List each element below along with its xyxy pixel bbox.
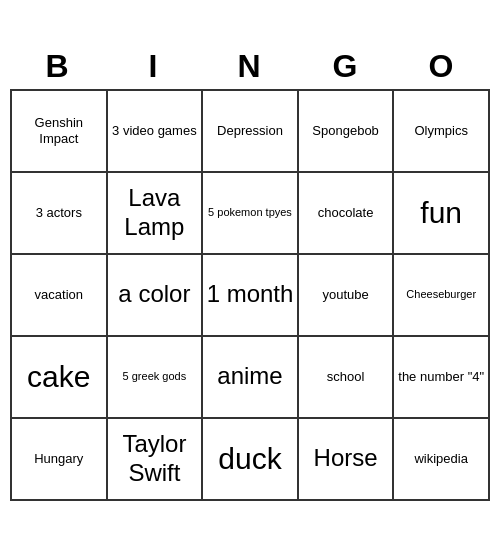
bingo-cell-4: Olympics [394,91,490,173]
header-letter-G: G [298,44,394,89]
bingo-cell-14: Cheeseburger [394,255,490,337]
cell-text-2: Depression [217,123,283,139]
cell-text-17: anime [217,362,282,391]
bingo-cell-19: the number "4" [394,337,490,419]
bingo-cell-6: Lava Lamp [108,173,204,255]
bingo-cell-11: a color [108,255,204,337]
bingo-cell-2: Depression [203,91,299,173]
cell-text-9: fun [420,195,462,231]
bingo-cell-5: 3 actors [12,173,108,255]
header-letter-O: O [394,44,490,89]
bingo-cell-12: 1 month [203,255,299,337]
bingo-cell-16: 5 greek gods [108,337,204,419]
cell-text-23: Horse [314,444,378,473]
cell-text-7: 5 pokemon tpyes [208,206,292,219]
cell-text-21: Taylor Swift [111,430,199,488]
bingo-cell-15: cake [12,337,108,419]
bingo-cell-23: Horse [299,419,395,501]
cell-text-12: 1 month [207,280,294,309]
cell-text-18: school [327,369,365,385]
bingo-cell-22: duck [203,419,299,501]
bingo-grid: Genshin Impact3 video gamesDepressionSpo… [10,89,490,501]
bingo-header: BINGO [10,44,490,89]
bingo-cell-20: Hungary [12,419,108,501]
header-letter-B: B [10,44,106,89]
bingo-cell-24: wikipedia [394,419,490,501]
cell-text-0: Genshin Impact [15,115,103,146]
cell-text-15: cake [27,359,90,395]
header-letter-I: I [106,44,202,89]
bingo-cell-9: fun [394,173,490,255]
cell-text-8: chocolate [318,205,374,221]
bingo-card: BINGO Genshin Impact3 video gamesDepress… [10,44,490,501]
cell-text-19: the number "4" [398,369,484,385]
cell-text-22: duck [218,441,281,477]
bingo-cell-13: youtube [299,255,395,337]
bingo-cell-8: chocolate [299,173,395,255]
cell-text-10: vacation [35,287,83,303]
bingo-cell-0: Genshin Impact [12,91,108,173]
bingo-cell-18: school [299,337,395,419]
cell-text-11: a color [118,280,190,309]
cell-text-3: Spongebob [312,123,379,139]
bingo-cell-10: vacation [12,255,108,337]
cell-text-13: youtube [322,287,368,303]
bingo-cell-3: Spongebob [299,91,395,173]
bingo-cell-17: anime [203,337,299,419]
cell-text-5: 3 actors [36,205,82,221]
bingo-cell-21: Taylor Swift [108,419,204,501]
bingo-cell-7: 5 pokemon tpyes [203,173,299,255]
cell-text-6: Lava Lamp [111,184,199,242]
cell-text-16: 5 greek gods [123,370,187,383]
cell-text-14: Cheeseburger [406,288,476,301]
bingo-cell-1: 3 video games [108,91,204,173]
cell-text-1: 3 video games [112,123,197,139]
cell-text-20: Hungary [34,451,83,467]
cell-text-24: wikipedia [414,451,467,467]
header-letter-N: N [202,44,298,89]
cell-text-4: Olympics [414,123,467,139]
